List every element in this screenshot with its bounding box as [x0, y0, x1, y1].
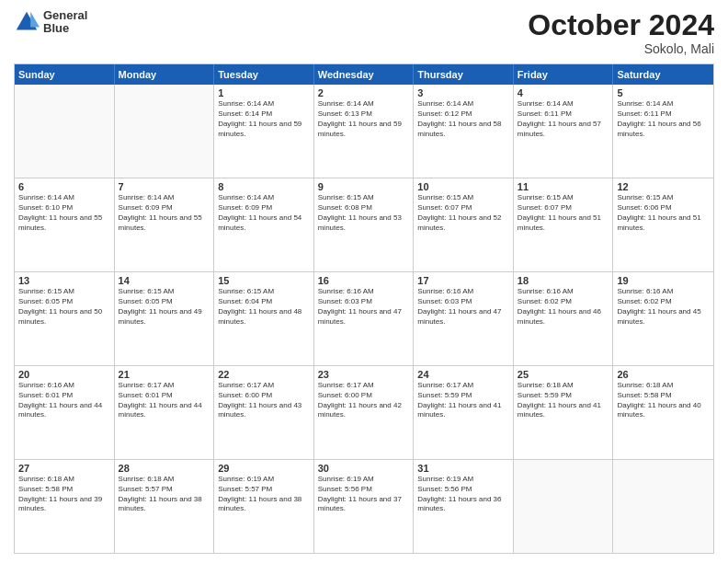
cal-cell-day-4: 4Sunrise: 6:14 AM Sunset: 6:11 PM Daylig…: [514, 85, 614, 178]
day-number: 28: [119, 463, 210, 474]
cal-cell-empty: [15, 85, 115, 178]
day-number: 9: [318, 181, 410, 192]
cell-info: Sunrise: 6:17 AM Sunset: 6:00 PM Dayligh…: [318, 381, 410, 420]
header-day-wednesday: Wednesday: [314, 64, 415, 85]
cell-info: Sunrise: 6:17 AM Sunset: 6:01 PM Dayligh…: [119, 381, 210, 420]
day-number: 27: [18, 463, 110, 474]
day-number: 19: [617, 275, 710, 286]
header-day-friday: Friday: [514, 64, 614, 85]
cell-info: Sunrise: 6:18 AM Sunset: 5:59 PM Dayligh…: [518, 381, 609, 420]
day-number: 21: [119, 369, 210, 380]
cell-info: Sunrise: 6:16 AM Sunset: 6:02 PM Dayligh…: [518, 287, 609, 327]
cell-info: Sunrise: 6:14 AM Sunset: 6:11 PM Dayligh…: [617, 99, 710, 139]
logo: General Blue: [14, 9, 87, 36]
cell-info: Sunrise: 6:17 AM Sunset: 6:00 PM Dayligh…: [218, 381, 310, 420]
cal-cell-day-26: 26Sunrise: 6:18 AM Sunset: 5:58 PM Dayli…: [613, 366, 713, 459]
title-area: October 2024 Sokolo, Mali: [528, 9, 714, 56]
cal-cell-day-23: 23Sunrise: 6:17 AM Sunset: 6:00 PM Dayli…: [314, 366, 415, 459]
header: General Blue October 2024 Sokolo, Mali: [14, 9, 714, 56]
cell-info: Sunrise: 6:18 AM Sunset: 5:58 PM Dayligh…: [617, 381, 710, 420]
day-number: 14: [119, 275, 210, 286]
cal-cell-day-6: 6Sunrise: 6:14 AM Sunset: 6:10 PM Daylig…: [15, 178, 115, 271]
day-number: 22: [218, 369, 310, 380]
cell-info: Sunrise: 6:15 AM Sunset: 6:04 PM Dayligh…: [218, 287, 310, 327]
cell-info: Sunrise: 6:14 AM Sunset: 6:11 PM Dayligh…: [518, 99, 609, 139]
location: Sokolo, Mali: [528, 41, 714, 56]
header-day-saturday: Saturday: [613, 64, 713, 85]
cal-cell-day-12: 12Sunrise: 6:15 AM Sunset: 6:06 PM Dayli…: [613, 178, 713, 271]
cell-info: Sunrise: 6:15 AM Sunset: 6:07 PM Dayligh…: [518, 193, 609, 233]
cell-info: Sunrise: 6:15 AM Sunset: 6:06 PM Dayligh…: [617, 193, 710, 233]
cell-info: Sunrise: 6:14 AM Sunset: 6:13 PM Dayligh…: [318, 99, 410, 139]
cal-cell-day-27: 27Sunrise: 6:18 AM Sunset: 5:58 PM Dayli…: [15, 460, 115, 553]
day-number: 31: [417, 463, 509, 474]
cal-cell-day-16: 16Sunrise: 6:16 AM Sunset: 6:03 PM Dayli…: [314, 272, 415, 365]
cal-row-4: 27Sunrise: 6:18 AM Sunset: 5:58 PM Dayli…: [15, 459, 713, 553]
cal-cell-day-30: 30Sunrise: 6:19 AM Sunset: 5:56 PM Dayli…: [314, 460, 415, 553]
calendar: SundayMondayTuesdayWednesdayThursdayFrid…: [14, 63, 714, 554]
cell-info: Sunrise: 6:14 AM Sunset: 6:09 PM Dayligh…: [119, 193, 210, 233]
header-day-sunday: Sunday: [15, 64, 115, 85]
cell-info: Sunrise: 6:14 AM Sunset: 6:09 PM Dayligh…: [218, 193, 310, 233]
logo-text: General Blue: [43, 9, 87, 36]
cell-info: Sunrise: 6:16 AM Sunset: 6:02 PM Dayligh…: [617, 287, 710, 327]
logo-line1: General: [43, 9, 87, 22]
day-number: 24: [417, 369, 509, 380]
cal-cell-day-22: 22Sunrise: 6:17 AM Sunset: 6:00 PM Dayli…: [214, 366, 314, 459]
cal-cell-day-13: 13Sunrise: 6:15 AM Sunset: 6:05 PM Dayli…: [15, 272, 115, 365]
cell-info: Sunrise: 6:16 AM Sunset: 6:01 PM Dayligh…: [18, 381, 110, 420]
cell-info: Sunrise: 6:18 AM Sunset: 5:58 PM Dayligh…: [18, 475, 110, 514]
cal-cell-day-1: 1Sunrise: 6:14 AM Sunset: 6:14 PM Daylig…: [214, 85, 314, 178]
day-number: 30: [318, 463, 410, 474]
cal-cell-day-3: 3Sunrise: 6:14 AM Sunset: 6:12 PM Daylig…: [414, 85, 514, 178]
cal-cell-day-11: 11Sunrise: 6:15 AM Sunset: 6:07 PM Dayli…: [514, 178, 614, 271]
day-number: 23: [318, 369, 410, 380]
cell-info: Sunrise: 6:14 AM Sunset: 6:14 PM Dayligh…: [218, 99, 310, 139]
cell-info: Sunrise: 6:19 AM Sunset: 5:57 PM Dayligh…: [218, 475, 310, 514]
day-number: 20: [18, 369, 110, 380]
day-number: 26: [617, 369, 710, 380]
cal-cell-empty: [514, 460, 614, 553]
day-number: 4: [518, 87, 609, 98]
cal-cell-day-21: 21Sunrise: 6:17 AM Sunset: 6:01 PM Dayli…: [115, 366, 215, 459]
day-number: 13: [18, 275, 110, 286]
day-number: 5: [617, 87, 710, 98]
cell-info: Sunrise: 6:18 AM Sunset: 5:57 PM Dayligh…: [119, 475, 210, 514]
cal-row-3: 20Sunrise: 6:16 AM Sunset: 6:01 PM Dayli…: [15, 365, 713, 459]
cal-cell-empty: [613, 460, 713, 553]
day-number: 16: [318, 275, 410, 286]
cell-info: Sunrise: 6:17 AM Sunset: 5:59 PM Dayligh…: [417, 381, 509, 420]
cell-info: Sunrise: 6:19 AM Sunset: 5:56 PM Dayligh…: [318, 475, 410, 514]
svg-marker-1: [30, 12, 40, 28]
day-number: 15: [218, 275, 310, 286]
cal-cell-day-20: 20Sunrise: 6:16 AM Sunset: 6:01 PM Dayli…: [15, 366, 115, 459]
header-day-monday: Monday: [115, 64, 215, 85]
cal-cell-day-31: 31Sunrise: 6:19 AM Sunset: 5:56 PM Dayli…: [414, 460, 514, 553]
logo-line2: Blue: [43, 22, 87, 35]
day-number: 12: [617, 181, 710, 192]
cell-info: Sunrise: 6:16 AM Sunset: 6:03 PM Dayligh…: [417, 287, 509, 327]
cal-cell-day-15: 15Sunrise: 6:15 AM Sunset: 6:04 PM Dayli…: [214, 272, 314, 365]
day-number: 2: [318, 87, 410, 98]
cal-row-0: 1Sunrise: 6:14 AM Sunset: 6:14 PM Daylig…: [15, 85, 713, 178]
cal-cell-day-5: 5Sunrise: 6:14 AM Sunset: 6:11 PM Daylig…: [613, 85, 713, 178]
calendar-header: SundayMondayTuesdayWednesdayThursdayFrid…: [15, 64, 713, 85]
cal-cell-day-10: 10Sunrise: 6:15 AM Sunset: 6:07 PM Dayli…: [414, 178, 514, 271]
cal-row-1: 6Sunrise: 6:14 AM Sunset: 6:10 PM Daylig…: [15, 178, 713, 271]
cell-info: Sunrise: 6:15 AM Sunset: 6:05 PM Dayligh…: [18, 287, 110, 327]
cal-cell-day-7: 7Sunrise: 6:14 AM Sunset: 6:09 PM Daylig…: [115, 178, 215, 271]
day-number: 29: [218, 463, 310, 474]
cell-info: Sunrise: 6:15 AM Sunset: 6:07 PM Dayligh…: [417, 193, 509, 233]
cal-cell-day-28: 28Sunrise: 6:18 AM Sunset: 5:57 PM Dayli…: [115, 460, 215, 553]
cal-cell-day-2: 2Sunrise: 6:14 AM Sunset: 6:13 PM Daylig…: [314, 85, 415, 178]
day-number: 17: [417, 275, 509, 286]
cell-info: Sunrise: 6:15 AM Sunset: 6:08 PM Dayligh…: [318, 193, 410, 233]
day-number: 1: [218, 87, 310, 98]
cal-cell-day-19: 19Sunrise: 6:16 AM Sunset: 6:02 PM Dayli…: [613, 272, 713, 365]
cell-info: Sunrise: 6:14 AM Sunset: 6:10 PM Dayligh…: [18, 193, 110, 233]
day-number: 10: [417, 181, 509, 192]
cal-cell-day-29: 29Sunrise: 6:19 AM Sunset: 5:57 PM Dayli…: [214, 460, 314, 553]
page: General Blue October 2024 Sokolo, Mali S…: [0, 0, 728, 563]
cal-cell-day-8: 8Sunrise: 6:14 AM Sunset: 6:09 PM Daylig…: [214, 178, 314, 271]
header-day-thursday: Thursday: [414, 64, 514, 85]
